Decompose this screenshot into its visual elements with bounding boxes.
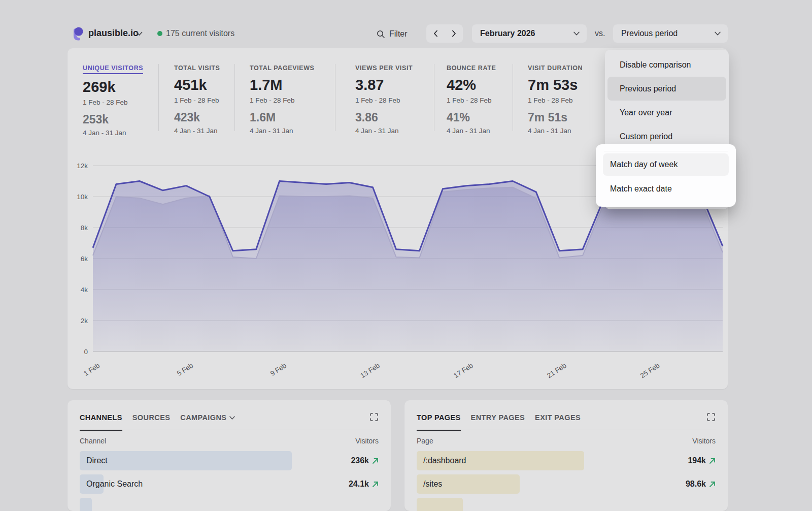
table-row[interactable]: Organic Search24.1k (80, 474, 379, 494)
x-axis-tick: 9 Feb (269, 362, 288, 377)
tab-label: ENTRY PAGES (471, 413, 525, 422)
row-label: Direct (80, 456, 108, 465)
panel-tabs: TOP PAGESENTRY PAGESEXIT PAGES (417, 413, 716, 430)
panel-column-headers: ChannelVisitors (80, 437, 379, 445)
metric-divider (158, 64, 159, 131)
metric-period: 1 Feb - 28 Feb (355, 97, 413, 104)
site-switcher[interactable]: plausible.io (88, 28, 139, 39)
tab-exit-pages[interactable]: EXIT PAGES (535, 413, 581, 422)
vs-label: vs. (595, 29, 605, 38)
y-axis-tick: 4k (81, 286, 88, 294)
table-row[interactable] (417, 498, 716, 511)
metric-bounce-rate[interactable]: BOUNCE RATE42%1 Feb - 28 Feb41%4 Jan - 3… (447, 63, 496, 135)
menu-divider (604, 151, 728, 151)
filter-button[interactable]: Filter (377, 29, 408, 39)
row-visitors-value: 194k (688, 456, 706, 465)
search-icon (377, 30, 385, 39)
plausible-logo-icon (71, 26, 84, 41)
menu-item-previous-period[interactable]: Previous period (607, 77, 726, 101)
x-axis-tick: 13 Feb (359, 362, 381, 379)
table-row[interactable]: Direct236k (80, 451, 379, 470)
filter-label: Filter (389, 29, 408, 39)
current-visitors-label[interactable]: 175 current visitors (166, 29, 234, 38)
x-axis-tick: 25 Feb (639, 362, 661, 379)
x-axis-tick: 1 Feb (82, 362, 101, 377)
table-row[interactable] (80, 498, 379, 511)
y-axis-tick: 10k (77, 193, 88, 201)
column-header-name: Channel (80, 437, 106, 445)
metric-label: VIEWS PER VISIT (355, 65, 413, 72)
expand-icon[interactable] (706, 412, 716, 422)
metric-label: VISIT DURATION (528, 65, 583, 72)
expand-icon[interactable] (369, 412, 379, 422)
tab-entry-pages[interactable]: ENTRY PAGES (471, 413, 525, 422)
menu-item-match-day-of-week[interactable]: Match day of week (603, 153, 729, 176)
date-range-select[interactable]: February 2026 (472, 24, 587, 43)
trend-up-icon (709, 458, 716, 464)
metric-value: 3.87 (355, 77, 413, 93)
metric-visit-duration[interactable]: VISIT DURATION7m 53s1 Feb - 28 Feb7m 51s… (528, 63, 583, 135)
menu-item-year-over-year[interactable]: Year over year (607, 101, 726, 124)
menu-item-match-exact-date[interactable]: Match exact date (603, 178, 729, 200)
metric-unique-visitors[interactable]: UNIQUE VISITORS269k1 Feb - 28 Feb253k4 J… (83, 63, 143, 137)
tab-sources[interactable]: SOURCES (132, 413, 171, 422)
row-label: Organic Search (80, 480, 143, 489)
row-label: /sites (417, 480, 442, 489)
row-visitors-value: 24.1k (349, 480, 369, 489)
column-header-visitors: Visitors (692, 437, 716, 445)
table-row[interactable]: /sites98.6k (417, 474, 716, 494)
metric-prev-value: 253k (83, 113, 143, 126)
metric-prev-period: 4 Jan - 31 Jan (447, 127, 496, 135)
metric-prev-period: 4 Jan - 31 Jan (83, 129, 143, 137)
period-nav (426, 24, 463, 43)
metric-total-visits[interactable]: TOTAL VISITS451k1 Feb - 28 Feb423k4 Jan … (174, 63, 220, 135)
metric-total-pageviews[interactable]: TOTAL PAGEVIEWS1.7M1 Feb - 28 Feb1.6M4 J… (250, 63, 315, 135)
row-visitors-value: 236k (351, 456, 369, 465)
panel-rows: Direct236kOrganic Search24.1k (80, 451, 379, 511)
panel-column-headers: PageVisitors (417, 437, 716, 445)
metric-prev-value: 7m 51s (528, 111, 583, 124)
trend-up-icon (709, 481, 716, 488)
table-row[interactable]: /:dashboard194k (417, 451, 716, 470)
metric-prev-period: 4 Jan - 31 Jan (250, 127, 315, 135)
comparison-match-panel: Match day of weekMatch exact date (596, 144, 736, 207)
prev-period-arrow-button[interactable] (427, 24, 444, 43)
panel-tabs: CHANNELSSOURCESCAMPAIGNS (80, 413, 379, 430)
panel-rows: /:dashboard194k/sites98.6k (417, 451, 716, 511)
row-bar (417, 498, 463, 511)
date-range-value: February 2026 (480, 29, 535, 38)
metric-period: 1 Feb - 28 Feb (250, 97, 315, 104)
comparison-select[interactable]: Previous period (613, 24, 728, 43)
tab-label: CAMPAIGNS (180, 413, 226, 422)
metric-divider (590, 64, 590, 131)
metric-views-per-visit[interactable]: VIEWS PER VISIT3.871 Feb - 28 Feb3.864 J… (355, 63, 413, 135)
metric-value: 7m 53s (528, 77, 583, 93)
metric-prev-value: 1.6M (250, 111, 315, 124)
metric-label: TOTAL PAGEVIEWS (250, 65, 315, 72)
chevron-down-icon[interactable] (136, 31, 143, 36)
metric-prev-value: 41% (447, 111, 496, 124)
comparison-value: Previous period (621, 29, 678, 38)
tab-top-pages[interactable]: TOP PAGES (417, 413, 461, 422)
metric-prev-period: 4 Jan - 31 Jan (528, 127, 583, 135)
row-visitors: 98.6k (686, 480, 716, 489)
pages-panel: TOP PAGESENTRY PAGESEXIT PAGESPageVisito… (404, 400, 728, 511)
tab-label: CHANNELS (80, 413, 122, 422)
row-bar (80, 498, 92, 511)
tab-label: SOURCES (132, 413, 171, 422)
y-axis-tick: 0 (84, 348, 88, 356)
metric-divider (335, 64, 335, 131)
row-visitors: 24.1k (349, 480, 379, 489)
metric-period: 1 Feb - 28 Feb (174, 97, 220, 104)
metric-value: 451k (174, 77, 220, 93)
tab-label: TOP PAGES (417, 413, 461, 422)
metric-period: 1 Feb - 28 Feb (528, 97, 583, 104)
tab-campaigns[interactable]: CAMPAIGNS (180, 413, 235, 422)
metric-prev-period: 4 Jan - 31 Jan (174, 127, 220, 135)
metric-label: BOUNCE RATE (447, 65, 496, 72)
menu-item-disable-comparison[interactable]: Disable comparison (607, 53, 726, 77)
next-period-arrow-button[interactable] (445, 24, 462, 43)
tab-channels[interactable]: CHANNELS (80, 413, 122, 422)
y-axis-tick: 12k (77, 162, 88, 170)
metric-label: TOTAL VISITS (174, 65, 220, 72)
